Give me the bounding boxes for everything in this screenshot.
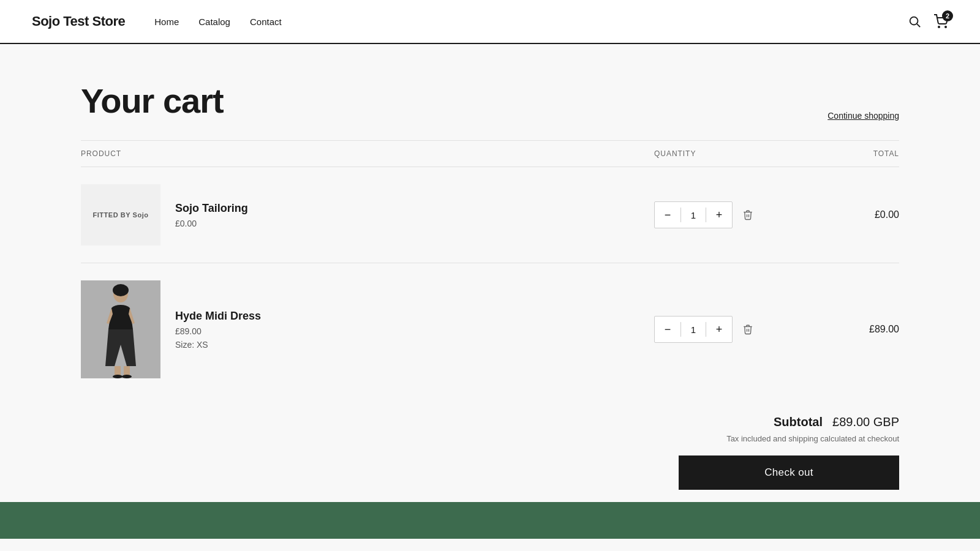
item-total-2: £89.00 — [777, 324, 899, 335]
svg-point-9 — [113, 375, 123, 378]
svg-line-1 — [917, 24, 920, 27]
subtotal-label: Subtotal — [774, 415, 823, 429]
product-price-2: £89.00 — [175, 326, 261, 336]
table-header: PRODUCT QUANTITY TOTAL — [81, 140, 899, 167]
dress-svg — [81, 280, 160, 378]
nav-contact[interactable]: Contact — [250, 17, 282, 27]
cart-item: FITTED BY Sojo Sojo Tailoring £0.00 − 1 … — [81, 167, 899, 263]
cart-header: Your cart Continue shopping — [81, 44, 899, 140]
subtotal-row: Subtotal £89.00 GBP — [774, 415, 899, 429]
svg-point-2 — [938, 26, 940, 28]
header-icons: 2 — [908, 14, 948, 29]
product-info-1: Sojo Tailoring £0.00 — [175, 202, 248, 228]
col-quantity: QUANTITY — [654, 149, 777, 158]
main-nav: Home Catalog Contact — [154, 17, 908, 27]
main-content: Your cart Continue shopping PRODUCT QUAN… — [49, 44, 931, 502]
qty-increase-1[interactable]: + — [706, 201, 732, 228]
delete-item-2[interactable] — [740, 321, 756, 337]
qty-value-2: 1 — [681, 324, 706, 335]
search-button[interactable] — [908, 15, 921, 28]
qty-control-2: − 1 + — [654, 316, 733, 343]
search-icon — [908, 15, 921, 28]
logo[interactable]: Sojo Test Store — [32, 13, 125, 29]
product-info-2: Hyde Midi Dress £89.00 Size: XS — [175, 310, 261, 350]
page-title: Your cart — [81, 81, 224, 121]
product-name-1: Sojo Tailoring — [175, 202, 248, 215]
product-col-1: FITTED BY Sojo Sojo Tailoring £0.00 — [81, 184, 654, 246]
svg-rect-8 — [124, 366, 130, 376]
cart-button[interactable]: 2 — [933, 14, 948, 29]
col-total: TOTAL — [777, 149, 899, 158]
qty-value-1: 1 — [681, 210, 706, 220]
product-image-2 — [81, 280, 160, 378]
svg-point-10 — [122, 375, 132, 378]
svg-point-0 — [910, 17, 918, 25]
nav-home[interactable]: Home — [154, 17, 179, 27]
qty-increase-2[interactable]: + — [706, 316, 732, 343]
trash-icon-2 — [742, 324, 753, 335]
col-product: PRODUCT — [81, 149, 654, 158]
nav-catalog[interactable]: Catalog — [198, 17, 230, 27]
product-size-2: Size: XS — [175, 340, 261, 350]
svg-rect-7 — [115, 366, 121, 376]
header: Sojo Test Store Home Catalog Contact 2 — [0, 0, 980, 44]
qty-decrease-2[interactable]: − — [655, 316, 680, 343]
tax-note: Tax included and shipping calculated at … — [726, 434, 899, 443]
cart-count: 2 — [942, 10, 953, 21]
qty-decrease-1[interactable]: − — [655, 201, 680, 228]
subtotal-section: Subtotal £89.00 GBP Tax included and shi… — [81, 395, 899, 502]
cart-item-2: Hyde Midi Dress £89.00 Size: XS − 1 + — [81, 263, 899, 395]
continue-shopping-link[interactable]: Continue shopping — [827, 111, 899, 121]
svg-point-6 — [113, 284, 129, 296]
quantity-col-1: − 1 + — [654, 201, 777, 228]
qty-control-1: − 1 + — [654, 201, 733, 228]
product-col-2: Hyde Midi Dress £89.00 Size: XS — [81, 280, 654, 378]
delete-item-1[interactable] — [740, 207, 756, 223]
product-name-2: Hyde Midi Dress — [175, 310, 261, 323]
checkout-button[interactable]: Check out — [679, 455, 899, 490]
footer — [0, 502, 980, 539]
item-total-1: £0.00 — [777, 209, 899, 220]
product-price-1: £0.00 — [175, 219, 248, 228]
quantity-col-2: − 1 + — [654, 316, 777, 343]
svg-point-3 — [945, 26, 946, 28]
subtotal-amount: £89.00 GBP — [832, 415, 899, 429]
trash-icon-1 — [742, 209, 753, 220]
product-image-placeholder-1: FITTED BY Sojo — [81, 184, 160, 246]
